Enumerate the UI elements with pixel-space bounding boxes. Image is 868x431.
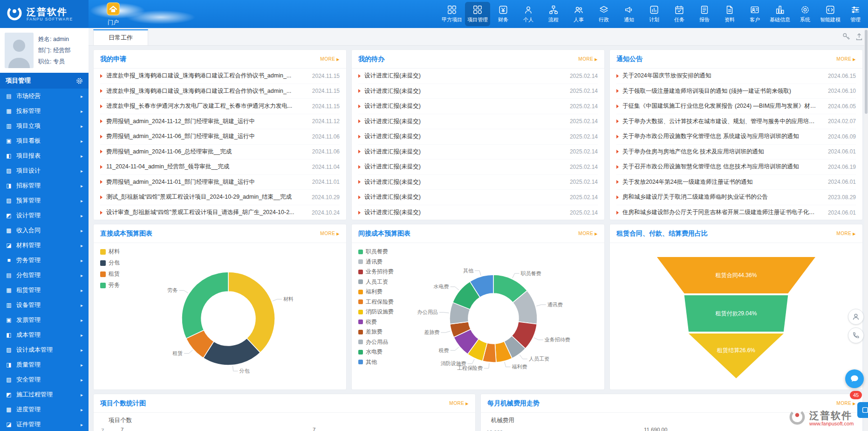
legend-item[interactable]: 水电费	[358, 348, 394, 356]
scrollbar-thumb[interactable]	[865, 30, 868, 114]
legend-item[interactable]: 通讯费	[358, 258, 394, 266]
legend-item[interactable]: 分包	[100, 259, 120, 267]
nav-item-plan[interactable]: 计划	[642, 0, 667, 28]
key-icon[interactable]	[842, 32, 850, 41]
nav-item-grid[interactable]: 甲方项目	[439, 0, 465, 28]
more-link[interactable]: MORE	[449, 401, 469, 406]
nav-item-person[interactable]: 个人	[516, 0, 541, 28]
list-item[interactable]: 设计进度汇报(未提交)2025.02.14	[358, 145, 598, 160]
list-item[interactable]: 关于发放2024年第24批一级建造师注册证书的通知2024.06.01	[616, 175, 856, 190]
sidebar-item[interactable]: ▦租赁管理▸	[0, 283, 89, 298]
legend-item[interactable]: 其他	[358, 358, 394, 366]
legend-item[interactable]: 材料	[100, 248, 120, 256]
more-link[interactable]: MORE	[836, 231, 856, 236]
sidebar-item[interactable]: ▧预算管理▸	[0, 193, 89, 208]
sidebar-item[interactable]: ◩施工过程管理▸	[0, 387, 89, 402]
settings-gear-icon[interactable]	[76, 77, 83, 84]
legend-item[interactable]: 劳务	[100, 281, 120, 289]
sidebar-item[interactable]: ▤市场经营▸	[0, 89, 89, 104]
list-item[interactable]: 房和城乡建设厅关于取消二级建造师临时执业证书的公告2023.08.29	[616, 190, 856, 205]
list-item[interactable]: 设计进度汇报(未提交)2025.02.14	[358, 175, 598, 190]
notification-badge[interactable]: 45	[850, 391, 862, 399]
nav-item-sliders[interactable]: 管理	[843, 0, 868, 28]
legend-item[interactable]: 业务招待费	[358, 268, 394, 276]
sidebar-item[interactable]: ◧项目报表▸	[0, 148, 89, 163]
more-link[interactable]: MORE	[320, 56, 340, 62]
sidebar-item[interactable]: ▥设备管理▸	[0, 298, 89, 313]
vertical-scrollbar[interactable]	[864, 28, 868, 431]
list-item[interactable]: 进度款申报_珠海鹤港口建设_珠海鹤港口建设工程合作协议书_admin_...20…	[100, 69, 340, 84]
sidebar-item[interactable]: ◧成本管理▸	[0, 327, 89, 342]
sidebar-item[interactable]: ▨设计成本管理▸	[0, 342, 89, 357]
more-link[interactable]: MORE	[578, 231, 598, 236]
nav-item-baseinfo[interactable]: 基础信息	[767, 0, 793, 28]
sidebar-item[interactable]: ▩进度管理▸	[0, 402, 89, 417]
sidebar-item[interactable]: ▨项目设计▸	[0, 163, 89, 178]
legend-item[interactable]: 租赁	[100, 270, 120, 278]
sidebar-item[interactable]: ◩设计管理▸	[0, 208, 89, 223]
more-link[interactable]: MORE	[578, 56, 598, 62]
pie-segment[interactable]	[182, 272, 228, 339]
nav-item-flow[interactable]: 流程	[541, 0, 566, 28]
nav-item-report[interactable]: 报告	[692, 0, 717, 28]
partial-widget-icon[interactable]	[857, 402, 868, 418]
legend-item[interactable]: 人员工资	[358, 278, 394, 286]
list-item[interactable]: 设计进度汇报(未提交)2025.02.14	[358, 114, 598, 130]
nav-item-doc[interactable]: 资料	[717, 0, 742, 28]
more-link[interactable]: MORE	[836, 401, 856, 406]
more-link[interactable]: MORE	[320, 231, 340, 236]
list-item[interactable]: 于征集《中国建筑施工行业信息化发展报告 (2024) —BIM应用与发展》材料.…	[616, 99, 856, 114]
list-item[interactable]: 费用报销_admin_2024-11-01_部门经理审批_胡建_运行中2024.…	[100, 175, 340, 190]
sidebar-item[interactable]: ▦投标管理▸	[0, 104, 89, 118]
nav-item-customer[interactable]: 客户	[742, 0, 767, 28]
list-item[interactable]: 设计进度汇报(未提交)2025.02.14	[358, 69, 598, 84]
more-link[interactable]: MORE	[836, 56, 856, 62]
sidebar-item[interactable]: ▧安全管理▸	[0, 372, 89, 387]
funnel-band[interactable]	[689, 334, 784, 378]
sidebar-item[interactable]: ◨招标管理▸	[0, 178, 89, 193]
list-item[interactable]: 设计进度汇报(未提交)2025.02.14	[358, 190, 598, 205]
nav-item-layers[interactable]: 行政	[591, 0, 616, 28]
sidebar-item[interactable]: ◪证件管理▸	[0, 417, 89, 431]
nav-item-hr[interactable]: 人事	[566, 0, 591, 28]
sidebar-item[interactable]: ◪材料管理▸	[0, 238, 89, 253]
sidebar-item[interactable]: ◨质量管理▸	[0, 357, 89, 372]
list-item[interactable]: 进度款申报_长春市伊通河水力发电厂改建工程_长春市伊通河水力发电...2024.…	[100, 99, 340, 114]
list-item[interactable]: 设计进度汇报(未提交)2025.02.14	[358, 99, 598, 114]
nav-item-finance[interactable]: 财务	[491, 0, 516, 28]
list-item[interactable]: 设计进度汇报(未提交)2025.02.14	[358, 160, 598, 175]
list-item[interactable]: 进度款申报_珠海鹤港口建设_珠海鹤港口建设工程合作协议书_admin_...20…	[100, 84, 340, 99]
list-item[interactable]: 住房和城乡建设部办公厅关于同意吉林省开展二级建造师注册证书电子化试点...202…	[616, 205, 856, 221]
list-item[interactable]: 设计审查_彭祖新城“四馆”景观工程设计项目_请选择_胡广生_2024-10-2.…	[100, 205, 340, 221]
export-icon[interactable]	[855, 32, 863, 41]
list-item[interactable]: 关于举办市政公用设施数字化管理信息 系统建设与应用培训班的通知2024.06.0…	[616, 129, 856, 145]
legend-item[interactable]: 税费	[358, 318, 394, 326]
sidebar-section-header[interactable]: 项目管理	[0, 73, 89, 89]
legend-item[interactable]: 消防设施费	[358, 308, 394, 316]
list-item[interactable]: 设计进度汇报(未提交)2025.02.14	[358, 129, 598, 145]
sidebar-item[interactable]: ▤分包管理▸	[0, 268, 89, 283]
sidebar-item[interactable]: ▣发票管理▸	[0, 313, 89, 327]
list-item[interactable]: 11_2024-11-04_admin_经营部_领导审批__完成2024.11.…	[100, 160, 340, 175]
list-item[interactable]: 关于召开市政公用设施智慧化管理信息 信息技术与应用培训班的通知2024.06.1…	[616, 160, 856, 175]
sidebar-item[interactable]: ■劳务管理▸	[0, 253, 89, 268]
legend-item[interactable]: 差旅费	[358, 328, 394, 336]
sidebar-item[interactable]: ▣项目看板▸	[0, 133, 89, 148]
list-item[interactable]: 关于举办大数据、云计算技术在城市建设、规划、管理与服务中的应用培训班...202…	[616, 114, 856, 130]
nav-item-speaker[interactable]: 通知	[616, 0, 642, 28]
avatar[interactable]	[5, 33, 34, 68]
legend-item[interactable]: 职员餐费	[358, 248, 394, 256]
list-item[interactable]: 关于2024年国庆节放假安排的通知2024.06.15	[616, 69, 856, 84]
phone-icon[interactable]	[848, 327, 864, 343]
sidebar-item[interactable]: ▥项目立项▸	[0, 118, 89, 133]
list-item[interactable]: 关于举办住房与房地产信息化 技术及应用培训班的通知2024.06.01	[616, 145, 856, 160]
tab-daily-work[interactable]: 日常工作	[93, 29, 148, 45]
list-item[interactable]: 费用报销_admin_2024-11-06_总经理审批__完成2024.11.0…	[100, 145, 340, 160]
pie-segment[interactable]	[228, 272, 275, 353]
contact-person-icon[interactable]	[848, 309, 864, 325]
nav-item-portal[interactable]: 门户	[93, 0, 133, 28]
nav-item-gear[interactable]: 系统	[793, 0, 818, 28]
nav-item-grid[interactable]: 项目管理	[465, 2, 490, 26]
legend-item[interactable]: 福利费	[358, 288, 394, 296]
watermark-url[interactable]: www.fanpusoft.com	[809, 421, 854, 426]
